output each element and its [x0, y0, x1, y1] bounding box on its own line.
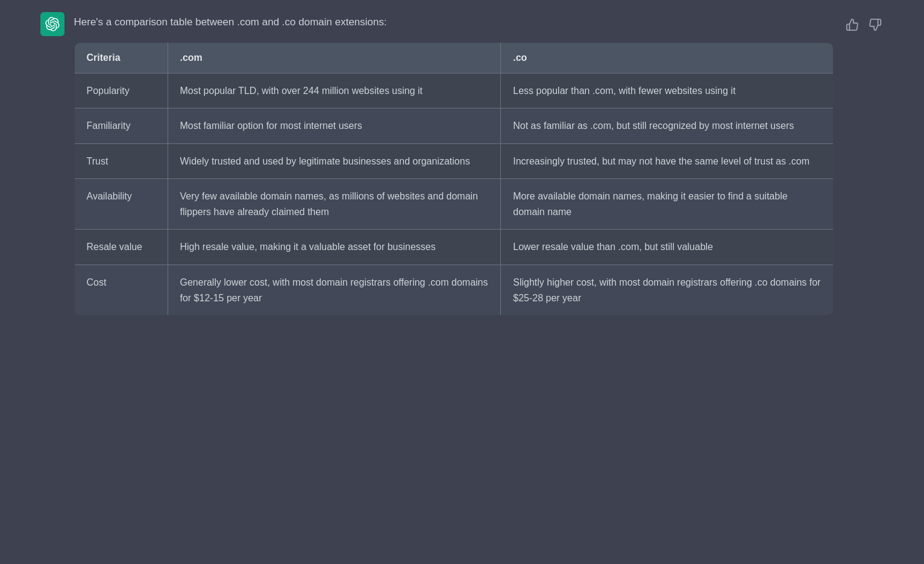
message-row: Here's a comparison table between .com a… — [40, 12, 884, 316]
openai-logo-icon — [45, 17, 60, 31]
cell-criteria: Trust — [74, 143, 168, 179]
cell-com: Very few available domain names, as mill… — [168, 179, 501, 230]
feedback-buttons — [843, 12, 884, 34]
cell-co: Not as familiar as .com, but still recog… — [501, 108, 833, 144]
thumbs-up-button[interactable] — [843, 16, 861, 34]
thumbs-down-icon — [869, 18, 882, 31]
chat-container: Here's a comparison table between .com a… — [40, 12, 884, 316]
message-content: Here's a comparison table between .com a… — [74, 12, 834, 316]
table-row: PopularityMost popular TLD, with over 24… — [74, 73, 833, 108]
cell-co: More available domain names, making it e… — [501, 179, 833, 230]
header-com: .com — [168, 42, 501, 73]
cell-co: Increasingly trusted, but may not have t… — [501, 143, 833, 179]
cell-criteria: Popularity — [74, 73, 168, 108]
cell-criteria: Availability — [74, 179, 168, 230]
cell-criteria: Cost — [74, 265, 168, 316]
cell-com: Widely trusted and used by legitimate bu… — [168, 143, 501, 179]
table-row: Resale valueHigh resale value, making it… — [74, 230, 833, 265]
cell-co: Lower resale value than .com, but still … — [501, 230, 833, 265]
cell-criteria: Resale value — [74, 230, 168, 265]
cell-com: Generally lower cost, with most domain r… — [168, 265, 501, 316]
header-co: .co — [501, 42, 833, 73]
cell-com: Most familiar option for most internet u… — [168, 108, 501, 144]
chatgpt-avatar — [40, 12, 64, 36]
thumbs-down-button[interactable] — [866, 16, 884, 34]
cell-co: Slightly higher cost, with most domain r… — [501, 265, 833, 316]
message-intro: Here's a comparison table between .com a… — [74, 14, 834, 30]
cell-co: Less popular than .com, with fewer websi… — [501, 73, 833, 108]
header-criteria: Criteria — [74, 42, 168, 73]
comparison-table: Criteria .com .co PopularityMost popular… — [74, 42, 834, 316]
table-row: FamiliarityMost familiar option for most… — [74, 108, 833, 144]
table-header-row: Criteria .com .co — [74, 42, 833, 73]
cell-com: High resale value, making it a valuable … — [168, 230, 501, 265]
table-row: CostGenerally lower cost, with most doma… — [74, 265, 833, 316]
table-row: TrustWidely trusted and used by legitima… — [74, 143, 833, 179]
cell-com: Most popular TLD, with over 244 million … — [168, 73, 501, 108]
thumbs-up-icon — [846, 18, 859, 31]
table-row: AvailabilityVery few available domain na… — [74, 179, 833, 230]
cell-criteria: Familiarity — [74, 108, 168, 144]
